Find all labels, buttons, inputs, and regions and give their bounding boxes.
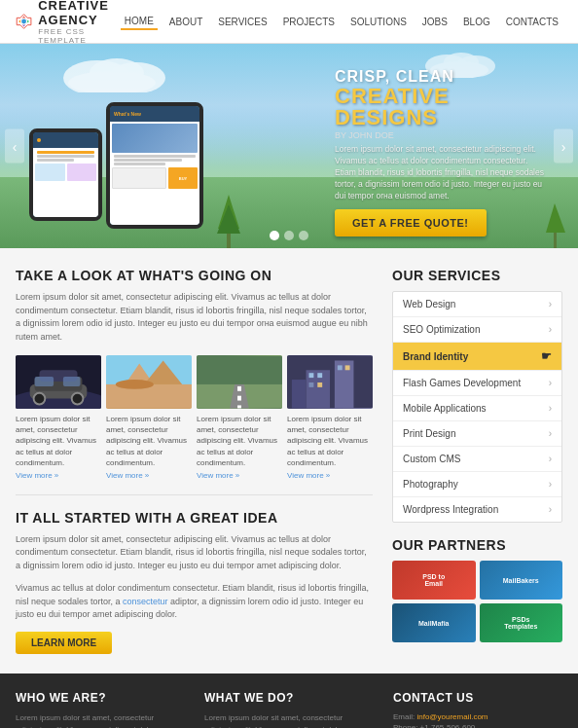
hero-text: CRISP, CLEAN CREATIVE DESIGNS BY JOHN DO… [335,68,549,237]
footer-email-label: Email: [393,712,415,721]
service-item-4[interactable]: Mobile Applications› [393,396,561,421]
service-label-1: SEO Optimization [403,324,480,335]
svg-point-25 [72,393,84,405]
service-item-6[interactable]: Custom CMS› [393,447,561,472]
cloud-decoration [58,54,175,92]
partners-title: OUR PARTNERS [392,537,562,553]
service-item-3[interactable]: Flash Games Development› [393,371,561,396]
grid-caption-3: Lorem ipsum dolor sit amet, consectetur … [197,414,282,468]
learn-more-button[interactable]: Learn More [16,632,112,654]
svg-rect-36 [237,386,241,391]
hero-next-button[interactable]: › [554,129,573,164]
great-idea-desc2: Vivamus ac tellus at dolor condimentum c… [16,582,373,622]
service-label-5: Print Design [403,428,455,439]
grid-link-2[interactable]: View more » [106,471,149,480]
nav-item-blog[interactable]: BLOG [459,15,494,29]
footer-contact: CONTACT US Email: info@youremail.com Pho… [393,691,562,728]
service-item-8[interactable]: Wordpress Integration› [393,497,561,522]
service-label-4: Mobile Applications [403,403,487,414]
svg-rect-45 [308,382,313,387]
whats-going-on-title: TAKE A LOOK AT WHAT'S GOING ON [16,268,373,283]
service-label-3: Flash Games Development [403,378,521,388]
grid-item-2: Lorem ipsum dolor sit amet, consectetur … [106,355,192,480]
footer-top: WHO WE ARE? Lorem ipsum dolor sit amet, … [0,673,578,728]
main-content: TAKE A LOOK AT WHAT'S GOING ON Lorem ips… [0,248,578,673]
hero-dot-3[interactable] [299,231,308,240]
svg-marker-5 [22,24,26,26]
tree-right [544,200,568,248]
tree-left [214,190,243,248]
image-grid: Lorem ipsum dolor sit amet, consectetur … [16,355,373,480]
service-label-2: Brand Identity [403,351,468,362]
grid-caption-2: Lorem ipsum dolor sit amet, consectetur … [106,414,192,468]
grid-link-3[interactable]: View more » [197,471,239,480]
logo-icon [16,8,32,35]
partner-logo-2[interactable]: MailMafia [392,603,476,642]
footer-what-we-do: WHAT WE DO? Lorem ipsum dolor sit amet, … [204,691,374,728]
service-arrow-4: › [549,403,552,414]
service-item-1[interactable]: SEO Optimization› [393,317,561,343]
grid-item-1: Lorem ipsum dolor sit amet, consectetur … [16,355,101,480]
consectetur-link[interactable]: consectetur [123,597,168,606]
svg-marker-2 [22,16,26,18]
footer-who-title: WHO WE ARE? [16,691,185,705]
hero-prev-button[interactable]: ‹ [5,129,24,164]
service-arrow-6: › [549,454,552,464]
whats-going-on-section: TAKE A LOOK AT WHAT'S GOING ON Lorem ips… [16,268,373,480]
great-idea-desc1: Lorem ipsum dolor sit amet, consectetur … [16,533,373,573]
svg-rect-38 [237,405,241,408]
service-item-7[interactable]: Photography› [393,472,561,497]
partner-logo-3[interactable]: PSDs Templates [480,603,563,642]
hero-cta-button[interactable]: GET A FREE QUOTE! [335,209,487,237]
footer-who-text: Lorem ipsum dolor sit amet, consectetur … [16,712,185,728]
svg-rect-31 [106,384,192,408]
service-item-2[interactable]: Brand Identity☛ [393,343,561,371]
footer-who-we-are: WHO WE ARE? Lorem ipsum dolor sit amet, … [16,691,185,728]
service-label-7: Photography [403,479,458,490]
hero-dot-2[interactable] [284,231,294,240]
svg-rect-46 [317,382,322,387]
grid-caption-4: Lorem ipsum dolor sit amet, consectetur … [287,414,373,468]
nav-item-solutions[interactable]: SOLUTIONS [346,15,411,29]
footer-phone-label: Phone: [393,723,417,728]
header: CREATIVE AGENCY FREE CSS TEMPLATE HOMEAB… [0,0,578,44]
nav-item-projects[interactable]: PROJECTS [279,15,339,29]
grid-item-3: Lorem ipsum dolor sit amet, consectetur … [197,355,282,480]
nav-item-about[interactable]: ABOUT [165,15,206,29]
logo-subtitle: FREE CSS TEMPLATE [38,27,121,45]
svg-rect-17 [554,233,557,248]
service-item-5[interactable]: Print Design› [393,421,561,447]
content-right: OUR SERVICES Web Design›SEO Optimization… [392,268,562,654]
service-item-0[interactable]: Web Design› [393,292,561,317]
hero-dot-1[interactable] [270,231,279,240]
footer-phone-row: Phone: +1 765-506-600 [393,723,562,728]
service-arrow-3: › [549,378,552,388]
service-arrow-5: › [549,428,552,439]
grid-link-1[interactable]: View more » [16,471,58,480]
footer-email-link[interactable]: info@youremail.com [416,712,488,721]
grid-link-4[interactable]: View more » [287,471,330,480]
services-title: OUR SERVICES [392,268,562,283]
grid-image-building [287,355,373,409]
nav-item-contacts[interactable]: CONTACTS [502,15,562,29]
grid-image-car [16,355,101,409]
services-section: OUR SERVICES Web Design›SEO Optimization… [392,268,562,523]
logo-title: CREATIVE AGENCY [38,0,121,27]
footer-phone-value: +1 765-506-600 [420,723,476,728]
great-idea-title: IT ALL STARTED WITH A GREAT IDEA [16,510,373,526]
footer-email-row: Email: info@youremail.com [393,712,562,721]
nav-item-jobs[interactable]: JOBS [418,15,452,29]
partner-logo-1[interactable]: MailBakers [480,561,563,600]
partner-logo-0[interactable]: PSD to Email [392,561,476,600]
hero-pagination [270,231,308,240]
nav-item-services[interactable]: SERVICES [214,15,271,29]
svg-rect-44 [317,373,322,378]
partners-grid: PSD to EmailMailBakersMailMafiaPSDs Temp… [392,561,562,642]
svg-rect-26 [35,377,54,386]
content-left: TAKE A LOOK AT WHAT'S GOING ON Lorem ips… [16,268,373,654]
grid-image-road [197,355,282,409]
svg-point-32 [116,380,154,389]
svg-rect-37 [237,396,241,401]
hero-description: Lorem ipsum dolor sit amet, consectetur … [335,144,549,201]
nav-item-home[interactable]: HOME [121,14,158,30]
